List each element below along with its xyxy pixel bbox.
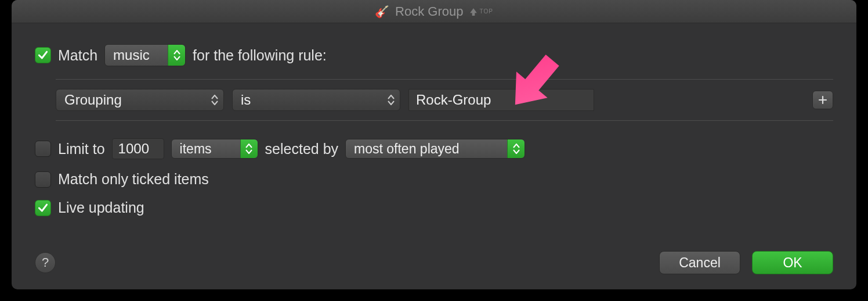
guitar-icon: 🎸 bbox=[375, 5, 389, 19]
rule-field-select[interactable]: Grouping bbox=[56, 89, 224, 111]
cancel-button[interactable]: Cancel bbox=[659, 251, 740, 274]
match-suffix-label: for the following rule: bbox=[193, 47, 327, 64]
stepper-icon bbox=[206, 89, 223, 110]
stepper-icon bbox=[168, 45, 185, 66]
plus-icon bbox=[818, 95, 827, 105]
arrow-up-icon bbox=[469, 8, 478, 16]
media-type-select[interactable]: music bbox=[104, 44, 186, 66]
selected-by-label: selected by bbox=[265, 141, 338, 157]
live-updating-label: Live updating bbox=[58, 199, 144, 216]
limit-row: Limit to 1000 items selected by most oft… bbox=[35, 138, 833, 159]
ok-button[interactable]: OK bbox=[752, 251, 833, 274]
rule-field-value: Grouping bbox=[64, 92, 122, 108]
check-icon bbox=[37, 202, 49, 214]
rule-value-input[interactable]: Rock-Group bbox=[408, 89, 594, 111]
stepper-icon bbox=[382, 89, 400, 110]
match-prefix-label: Match bbox=[58, 47, 97, 64]
rule-operator-value: is bbox=[241, 92, 251, 108]
dialog-footer: ? Cancel OK bbox=[35, 251, 833, 274]
limit-order-value: most often played bbox=[354, 141, 460, 157]
match-ticked-label: Match only ticked items bbox=[58, 171, 209, 188]
match-row: Match music for the following rule: bbox=[35, 44, 833, 66]
limit-count-value: 1000 bbox=[118, 141, 149, 157]
live-updating-row: Live updating bbox=[35, 199, 833, 216]
help-button[interactable]: ? bbox=[35, 252, 56, 273]
dialog-content: Match music for the following rule: Grou… bbox=[12, 23, 856, 289]
limit-unit-value: items bbox=[180, 141, 212, 157]
live-updating-checkbox[interactable] bbox=[35, 200, 51, 216]
smart-playlist-dialog: 🎸 Rock Group TOP Match music for the fol… bbox=[12, 0, 856, 289]
rule-value-text: Rock-Group bbox=[416, 92, 491, 108]
stepper-icon bbox=[240, 139, 258, 158]
match-checkbox[interactable] bbox=[35, 47, 51, 63]
media-type-value: music bbox=[113, 47, 150, 63]
match-ticked-row: Match only ticked items bbox=[35, 171, 833, 188]
top-indicator: TOP bbox=[469, 8, 493, 16]
help-symbol: ? bbox=[42, 255, 49, 270]
limit-checkbox[interactable] bbox=[35, 141, 51, 157]
limit-unit-select[interactable]: items bbox=[171, 139, 258, 159]
rule-row: Grouping is Rock-Group bbox=[56, 79, 833, 121]
match-ticked-checkbox[interactable] bbox=[35, 171, 51, 188]
limit-count-input[interactable]: 1000 bbox=[112, 138, 164, 159]
cancel-label: Cancel bbox=[679, 255, 721, 271]
limit-order-select[interactable]: most often played bbox=[345, 139, 525, 159]
options-block: Limit to 1000 items selected by most oft… bbox=[35, 138, 833, 216]
rule-operator-select[interactable]: is bbox=[232, 89, 400, 111]
window-title: Rock Group bbox=[395, 4, 463, 19]
ok-label: OK bbox=[783, 255, 802, 271]
limit-label: Limit to bbox=[58, 141, 105, 157]
check-icon bbox=[37, 49, 49, 61]
add-rule-button[interactable] bbox=[812, 91, 833, 109]
titlebar: 🎸 Rock Group TOP bbox=[12, 0, 856, 23]
stepper-icon bbox=[507, 139, 525, 158]
